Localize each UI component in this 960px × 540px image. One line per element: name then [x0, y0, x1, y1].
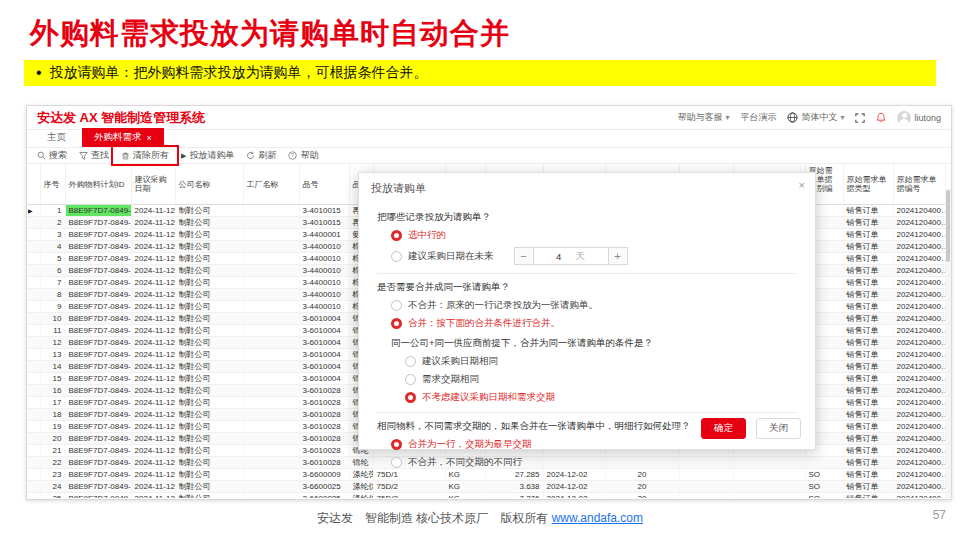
tab-home[interactable]: 主页 — [35, 128, 78, 147]
close-icon[interactable]: × — [799, 179, 805, 191]
radio-merge-one-line[interactable]: 合并为一行，交期为最早交期 — [391, 438, 797, 451]
table-cell: 销售订单 — [843, 205, 893, 217]
table-cell — [733, 493, 805, 499]
refresh-button[interactable]: 刷新 — [246, 149, 276, 162]
table-cell: 22 — [40, 457, 65, 469]
radio-future-date[interactable]: 建议采购日期在未来 − 4天 + — [391, 247, 797, 265]
table-cell: 销售订单 — [843, 373, 893, 385]
table-cell: 3-6010004 — [299, 361, 349, 373]
table-cell: B8E9F7D7-0849-… — [65, 457, 131, 469]
table-cell: 2024-11-12 — [131, 253, 175, 265]
page-number: 57 — [933, 508, 946, 522]
table-cell — [243, 421, 299, 433]
table-cell — [27, 337, 40, 349]
table-cell: 5 — [40, 253, 65, 265]
globe-icon — [787, 112, 798, 123]
search-button[interactable]: 搜索 — [37, 149, 67, 162]
table-cell: 2024-11-12 — [131, 313, 175, 325]
help-button[interactable]: ? 帮助 — [288, 149, 318, 162]
column-header[interactable] — [27, 164, 40, 205]
column-header[interactable]: 建议采购日期 — [131, 164, 175, 205]
stepper-minus-button[interactable]: − — [514, 247, 534, 265]
table-cell: 销售订单 — [843, 493, 893, 499]
find-button[interactable]: 查找 — [79, 149, 109, 162]
radio-icon — [391, 439, 402, 450]
table-cell: B8E9F7D7-0849-… — [65, 241, 131, 253]
clear-icon — [121, 151, 130, 160]
table-cell: 2024-11-12 — [131, 409, 175, 421]
notification-button[interactable] — [876, 112, 886, 123]
column-header[interactable]: 工厂名称 — [243, 164, 299, 205]
table-cell: B8E9F7D7-0849-… — [65, 493, 131, 499]
table-cell: B8E9F7D7-0849-… — [65, 349, 131, 361]
user-menu[interactable]: liutong — [897, 111, 941, 125]
table-cell: 制鞋公司 — [175, 397, 243, 409]
table-cell: 2024120400… — [893, 289, 945, 301]
table-cell: 销售订单 — [843, 325, 893, 337]
column-header[interactable]: 原始需求单据编号 — [893, 164, 945, 205]
close-icon[interactable]: × — [147, 133, 152, 143]
table-cell: 20 — [605, 493, 679, 499]
column-header[interactable]: 公司名称 — [175, 164, 243, 205]
table-cell — [243, 205, 299, 217]
table-cell — [733, 481, 805, 493]
table-cell — [27, 361, 40, 373]
table-cell: B8E9F7D7-0849-… — [65, 409, 131, 421]
table-cell: B8E9F7D7-0849-… — [65, 469, 131, 481]
tab-purchase-demand[interactable]: 外购料需求 × — [82, 128, 164, 147]
table-cell: 2024120400… — [893, 301, 945, 313]
table-cell: 2024120400… — [893, 493, 945, 499]
radio-selected-rows[interactable]: 选中行的 — [391, 229, 797, 242]
column-header[interactable]: 原始需求单据类型 — [843, 164, 893, 205]
table-cell: 19 — [40, 421, 65, 433]
table-cell — [27, 325, 40, 337]
column-header[interactable]: 序号 — [40, 164, 65, 205]
radio-separate-lines[interactable]: 不合并，不同交期的不同行 — [391, 456, 797, 469]
language-menu[interactable]: 简体中文▾ — [787, 111, 844, 124]
radio-ignore-dates[interactable]: 不考虑建议采购日期和需求交期 — [405, 391, 797, 404]
website-link[interactable]: www.andafa.com — [552, 511, 643, 525]
radio-merge-by-condition[interactable]: 合并：按下面的合并条件进行合并。 — [391, 317, 797, 330]
fullscreen-button[interactable] — [855, 113, 865, 123]
stepper-plus-button[interactable]: + — [608, 247, 628, 265]
column-header[interactable]: 外购物料计划ID — [65, 164, 131, 205]
table-cell: 3-6600025 — [299, 493, 349, 499]
table-cell: B8E9F7D7-0849-… — [65, 445, 131, 457]
table-row[interactable]: 25B8E9F7D7-0849-…2024-11-12制鞋公司3-6600025… — [27, 493, 945, 499]
table-cell: 3-4400010 — [299, 253, 349, 265]
confirm-button[interactable]: 确定 — [701, 418, 746, 439]
table-cell: 销售订单 — [843, 337, 893, 349]
table-cell: 7 — [40, 277, 65, 289]
tab-bar: 主页 外购料需求 × — [27, 130, 951, 148]
clear-all-button[interactable]: 清除所有 — [121, 149, 169, 162]
help-menu[interactable]: 帮助与客服▾ — [677, 111, 729, 124]
table-row[interactable]: 23B8E9F7D7-0849-…2024-11-12制鞋公司3-6600009… — [27, 469, 945, 481]
radio-same-purchase-date[interactable]: 建议采购日期相同 — [405, 355, 797, 368]
table-cell — [27, 421, 40, 433]
table-row[interactable]: 24B8E9F7D7-0849-…2024-11-12制鞋公司3-6600025… — [27, 481, 945, 493]
table-cell: 2024-12-02 — [543, 469, 605, 481]
table-cell: 3-4400010 — [299, 301, 349, 313]
platform-demo-link[interactable]: 平台演示 — [740, 111, 776, 124]
radio-no-merge[interactable]: 不合并：原来的一行记录投放为一张请购单。 — [391, 299, 797, 312]
close-button[interactable]: 关闭 — [756, 418, 801, 439]
table-cell: B8E9F7D7-0849-… — [65, 205, 131, 217]
table-cell: 制鞋公司 — [175, 313, 243, 325]
radio-same-demand-date[interactable]: 需求交期相同 — [405, 373, 797, 386]
table-cell: 27.285 — [485, 469, 543, 481]
dialog-title: 投放请购单 — [359, 173, 815, 200]
vertical-scrollbar[interactable] — [945, 188, 951, 498]
table-cell: 2024-11-12 — [131, 445, 175, 457]
scrollbar-thumb[interactable] — [946, 190, 950, 262]
table-cell: 销售订单 — [843, 361, 893, 373]
column-header[interactable]: 品号 — [299, 164, 349, 205]
table-cell: 涤纶仿尼龙 — [349, 481, 373, 493]
days-input[interactable]: 4天 — [534, 247, 608, 265]
release-requisition-button[interactable]: ▶ 投放请购单 — [181, 149, 234, 162]
table-cell — [243, 397, 299, 409]
table-cell: 16 — [40, 385, 65, 397]
table-cell: 制鞋公司 — [175, 217, 243, 229]
table-cell: 24 — [40, 481, 65, 493]
table-cell: 2024120400… — [893, 229, 945, 241]
table-cell — [243, 469, 299, 481]
